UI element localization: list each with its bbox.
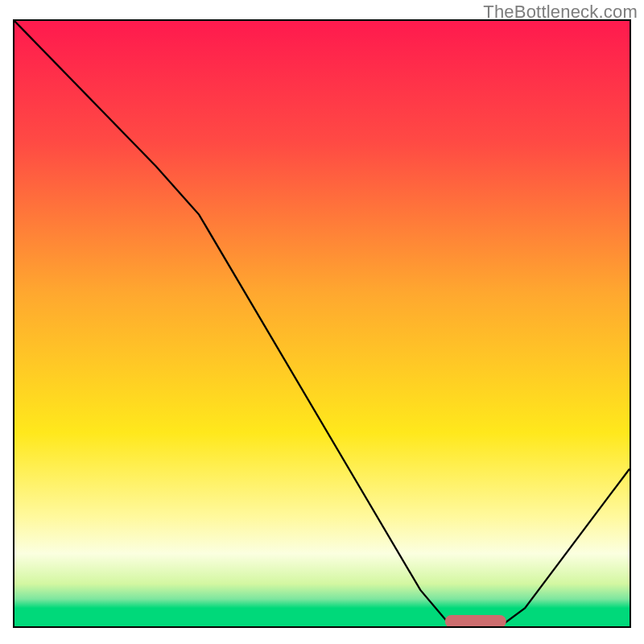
chart-container: TheBottleneck.com [0,0,644,644]
bottleneck-curve [14,21,630,626]
curve-layer [14,21,630,626]
optimal-marker [445,615,506,628]
plot-frame [13,19,631,628]
